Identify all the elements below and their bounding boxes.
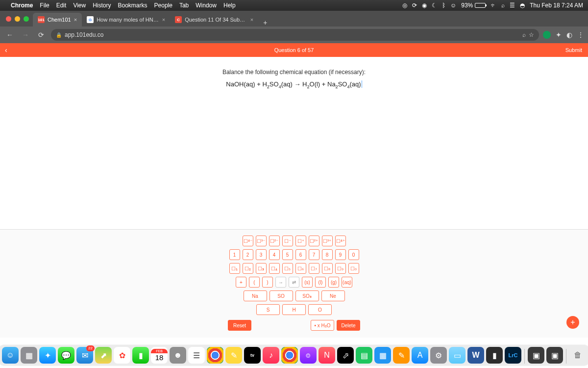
bluetooth-icon[interactable]: ᛒ (442, 2, 445, 9)
equation-display[interactable]: NaOH(aq) + H2SO4(aq) → H2O(l) + Na2SO4(a… (0, 80, 588, 89)
key-digit-0[interactable]: 1 (229, 249, 240, 260)
tab-google-search[interactable]: G How many moles of HNO₃ will b × (82, 13, 170, 26)
key-subscript-9[interactable]: ☐₀ (348, 263, 359, 274)
dock-numbers[interactable]: ▤ (356, 347, 372, 364)
dock-folder[interactable]: ▭ (449, 347, 466, 364)
dock-trash[interactable]: 🗑 (569, 347, 586, 364)
key-subscript-5[interactable]: ☐₆ (295, 263, 306, 274)
dock-word[interactable]: W (467, 347, 484, 364)
key-rparen[interactable]: ) (262, 277, 273, 288)
reset-button[interactable]: Reset (228, 320, 251, 331)
dock-finder[interactable]: ☺ (2, 347, 19, 364)
control-center-icon[interactable]: ☰ (510, 2, 515, 9)
tab-chegg[interactable]: C Question 11 Of 34 Submit Balan × (170, 13, 258, 26)
dock-appstore[interactable]: A (412, 347, 428, 364)
zoom-icon[interactable]: ⌕ (522, 31, 526, 38)
dock-app-generic[interactable]: ▣ (528, 347, 544, 364)
url-input[interactable]: 🔒 app.101edu.co ⌕ ☆ (51, 29, 539, 41)
close-icon[interactable]: × (250, 17, 253, 23)
key-s[interactable]: S (256, 304, 280, 315)
dock-news[interactable]: N (318, 347, 335, 364)
key-digit-4[interactable]: 5 (282, 249, 293, 260)
key-state-s[interactable]: (s) (302, 277, 313, 288)
dock-launchpad[interactable]: ▦ (21, 347, 37, 364)
key-digit-8[interactable]: 9 (335, 249, 346, 260)
dock-messages[interactable]: 💬 (58, 347, 74, 364)
star-icon[interactable]: ☆ (529, 31, 534, 38)
siri-icon[interactable]: ◓ (520, 2, 525, 9)
menu-people[interactable]: People (154, 2, 172, 9)
key-h[interactable]: H (282, 304, 306, 315)
key-subscript-1[interactable]: ☐₂ (243, 263, 253, 274)
key-digit-7[interactable]: 8 (322, 249, 333, 260)
menu-tab[interactable]: Tab (179, 2, 189, 9)
key-subscript-2[interactable]: ☐₃ (256, 263, 267, 274)
key-charge-0[interactable]: ☐⁴⁻ (243, 236, 253, 246)
menu-file[interactable]: File (40, 2, 49, 9)
key-state-g[interactable]: (g) (328, 277, 339, 288)
key-state-aq[interactable]: (aq) (342, 277, 352, 288)
close-icon[interactable]: × (162, 17, 165, 23)
key-subscript-6[interactable]: ☐₇ (309, 263, 319, 274)
key-digit-5[interactable]: 6 (295, 249, 306, 260)
key-subscript-0[interactable]: ☐₁ (229, 263, 240, 274)
dock-photos[interactable]: ✿ (114, 347, 130, 364)
delete-button[interactable]: Delete (337, 320, 360, 331)
key-digit-2[interactable]: 3 (256, 249, 267, 260)
key-arrow[interactable]: → (275, 277, 286, 288)
key-charge-1[interactable]: ☐³⁻ (256, 236, 267, 246)
dock-mail[interactable]: ✉22 (76, 347, 93, 364)
key-charge-5[interactable]: ☐²⁺ (309, 236, 319, 246)
nav-reload[interactable]: ⟳ (35, 31, 47, 39)
key-digit-9[interactable]: 0 (348, 249, 359, 260)
grammarly-ext-icon[interactable] (543, 31, 551, 39)
key-charge-3[interactable]: ☐⁻ (282, 236, 293, 246)
grammarly-icon[interactable]: ◎ (402, 2, 407, 9)
dock-keynote[interactable]: ▦ (374, 347, 391, 364)
key-charge-4[interactable]: ☐⁺ (295, 236, 306, 246)
extensions-icon[interactable]: ✦ (556, 31, 562, 39)
key-hydrate[interactable]: • x H₂O (311, 320, 334, 331)
key-digit-1[interactable]: 2 (243, 249, 253, 260)
dock-facetime[interactable]: ▮ (132, 347, 149, 364)
window-close[interactable] (6, 16, 11, 22)
submit-button[interactable]: Submit (565, 47, 582, 53)
key-subscript-8[interactable]: ☐₉ (335, 263, 346, 274)
sync-icon[interactable]: ⟳ (412, 2, 417, 9)
key-na[interactable]: Na (244, 290, 267, 301)
key-charge-2[interactable]: ☐²⁻ (269, 236, 280, 246)
dock-chrome[interactable] (207, 347, 223, 364)
question-back[interactable]: ‹ (5, 46, 7, 54)
menu-app[interactable]: Chrome (11, 2, 33, 9)
key-ne[interactable]: Ne (321, 290, 345, 301)
menu-bookmarks[interactable]: Bookmarks (118, 2, 147, 9)
help-fab[interactable]: + (566, 316, 579, 329)
new-tab-button[interactable]: + (258, 19, 272, 26)
key-o[interactable]: O (308, 304, 332, 315)
display-icon[interactable]: ◉ (422, 2, 427, 9)
dock-settings[interactable]: ⚙ (430, 347, 447, 364)
dock-music[interactable]: ♪ (263, 347, 279, 364)
tab-chem101[interactable]: 101 Chem101 × (33, 13, 82, 26)
window-maximize[interactable] (24, 16, 29, 22)
dock-reminders[interactable]: ☰ (188, 347, 205, 364)
menu-edit[interactable]: Edit (56, 2, 67, 9)
dock-lightroom[interactable]: LrC (505, 347, 521, 364)
dock-podcasts[interactable]: ⌾ (300, 347, 317, 364)
dock-stocks[interactable]: ⬀ (337, 347, 354, 364)
key-plus[interactable]: + (236, 277, 246, 288)
close-icon[interactable]: × (74, 17, 77, 23)
window-minimize[interactable] (15, 16, 20, 22)
spotlight-icon[interactable]: ⌕ (501, 2, 505, 9)
key-so[interactable]: SO (270, 290, 293, 301)
chrome-menu-icon[interactable]: ⋮ (577, 31, 584, 39)
dock-safari[interactable]: ✦ (39, 347, 56, 364)
user-icon[interactable]: ☺ (450, 2, 456, 9)
key-state-l[interactable]: (l) (315, 277, 326, 288)
key-subscript-3[interactable]: ☐₄ (269, 263, 280, 274)
dock-calendar[interactable]: FEB18 (151, 347, 168, 364)
clock[interactable]: Thu Feb 18 7:24 AM (530, 2, 583, 9)
menu-history[interactable]: History (93, 2, 111, 9)
dock-tv[interactable]: tv (244, 347, 261, 364)
wifi-icon[interactable]: ᯤ (490, 2, 496, 9)
